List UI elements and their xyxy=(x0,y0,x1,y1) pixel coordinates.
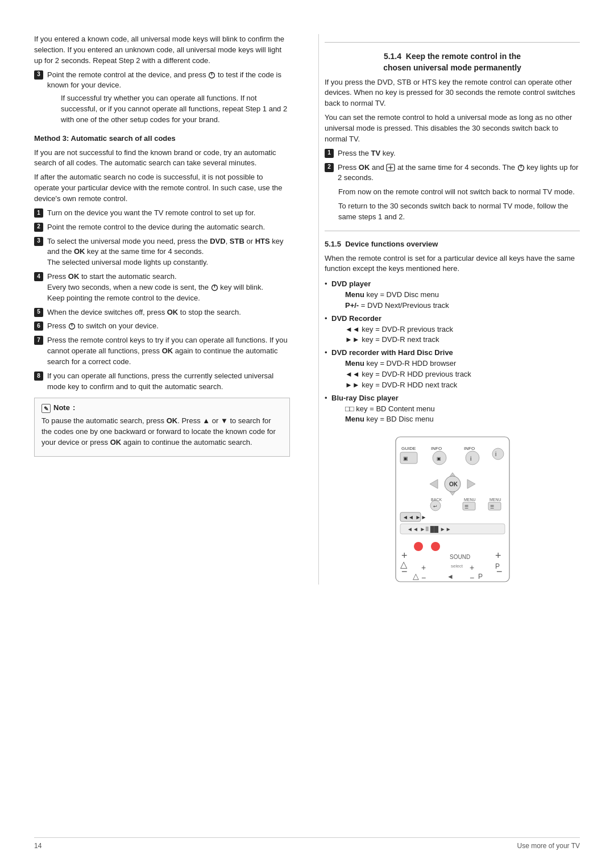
section-515-heading-block: 5.1.5 Device functions overview xyxy=(325,239,580,250)
auto-step-5-text: When the device switches off, press OK t… xyxy=(47,307,290,318)
note-box: ✎ Note: To pause the automatic search, p… xyxy=(34,398,290,456)
svg-text:GUIDE: GUIDE xyxy=(401,446,416,451)
section-514-heading: 5.1.4 Keep the remote control in thechos… xyxy=(325,51,580,74)
svg-text:i: i xyxy=(495,451,496,457)
step-3-text: Point the remote control at the device, … xyxy=(47,70,290,126)
s514-steps-list: 1 Press the TV key. 2 Press OK and at th… xyxy=(325,148,580,184)
s514-step-2: 2 Press OK and at the same time for 4 se… xyxy=(325,162,580,184)
left-column: If you entered a known code, all univers… xyxy=(34,34,296,585)
svg-text:◄◄ ►►: ◄◄ ►► xyxy=(403,514,426,520)
bluray-key-2: Menu key = BD Disc menu xyxy=(331,414,580,425)
svg-text:−: − xyxy=(421,573,426,582)
dvd-hdd-name: DVD recorder with Hard Disc Drive xyxy=(331,348,453,357)
dvd-recorder-name: DVD Recorder xyxy=(331,314,381,323)
auto-step-7-text: Press the remote control keys to try if … xyxy=(47,335,290,368)
auto-step-8: 8 If you can operate all functions, pres… xyxy=(34,371,290,393)
dvd-player-key-2: P+/- = DVD Next/Previous track xyxy=(331,301,580,311)
auto-steps-list: 1 Turn on the device you want the TV rem… xyxy=(34,208,290,393)
intro-paragraph: If you entered a known code, all univers… xyxy=(34,34,290,66)
power-icon-4 xyxy=(517,164,525,172)
section-515-num: 5.1.5 xyxy=(325,240,341,248)
bluray-key-1: □□ key = BD Content menu xyxy=(331,404,580,415)
s514-after-2: To return to the 30 seconds switch back … xyxy=(338,201,580,223)
dvd-hdd-key-2: ◄◄ key = DVD-R HDD previous track xyxy=(331,369,580,380)
badge-4: 4 xyxy=(34,272,43,281)
auto-step-7: 7 Press the remote control keys to try i… xyxy=(34,335,290,368)
footer-right: Use more of your TV xyxy=(517,841,580,851)
svg-text:☰: ☰ xyxy=(490,504,494,510)
svg-text:MENU: MENU xyxy=(489,498,501,502)
dvd-recorder-key-2: ►► key = DVD-R next track xyxy=(331,335,580,345)
svg-text:△: △ xyxy=(400,560,408,569)
svg-text:▣: ▣ xyxy=(403,456,408,461)
auto-step-4-text: Press OK to start the automatic search.E… xyxy=(47,272,290,304)
power-icon-3 xyxy=(68,323,76,330)
badge-1: 1 xyxy=(34,208,43,218)
step-3-note: If successful try whether you can operat… xyxy=(47,93,290,126)
svg-text:+: + xyxy=(495,550,501,561)
badge-3: 3 xyxy=(34,237,43,246)
auto-step-6: 6 Press to switch on your device. xyxy=(34,321,290,332)
svg-text:INFO: INFO xyxy=(431,446,442,451)
badge-7: 7 xyxy=(34,336,43,345)
bluray-name: Blu-ray Disc player xyxy=(331,394,399,402)
auto-step-6-text: Press to switch on your device. xyxy=(47,321,290,332)
svg-marker-25 xyxy=(430,479,438,489)
section-514-title-1: Keep the remote control in the xyxy=(406,52,521,61)
badge-2: 2 xyxy=(34,223,43,232)
auto-step-1: 1 Turn on the device you want the TV rem… xyxy=(34,208,290,219)
note-icon: ✎ xyxy=(42,404,51,413)
auto-step-2: 2 Point the remote control to the device… xyxy=(34,222,290,233)
svg-text:▣: ▣ xyxy=(437,456,441,461)
remote-diagram: GUIDE ▣ INFO ▣ INFO i i xyxy=(325,434,580,585)
s514-para-2: You can set the remote control to hold a… xyxy=(325,112,580,145)
s514-badge-2: 2 xyxy=(325,163,334,172)
page-number: 14 xyxy=(34,841,42,851)
svg-text:INFO: INFO xyxy=(464,446,475,451)
device-dvd-hdd: DVD recorder with Hard Disc Drive Menu k… xyxy=(325,348,580,390)
svg-text:P: P xyxy=(495,562,500,570)
step3-list: 3 Point the remote control at the device… xyxy=(34,70,290,126)
svg-text:select: select xyxy=(451,564,463,569)
badge-8: 8 xyxy=(34,372,43,381)
svg-text:−: − xyxy=(470,573,474,582)
auto-step-1-text: Turn on the device you want the TV remot… xyxy=(47,208,290,219)
page: If you entered a known code, all univers… xyxy=(0,0,614,868)
dvd-player-key-1: Menu key = DVD Disc menu xyxy=(331,290,580,301)
right-column: 5.1.4 Keep the remote control in thechos… xyxy=(318,34,580,585)
svg-text:◄◄  ►II  ██  ►►: ◄◄ ►II ██ ►► xyxy=(407,525,451,533)
step-3-item: 3 Point the remote control at the device… xyxy=(34,70,290,126)
device-dvd-recorder: DVD Recorder ◄◄ key = DVD-R previous tra… xyxy=(325,314,580,346)
svg-text:+: + xyxy=(470,563,474,572)
step-3-badge: 3 xyxy=(34,70,43,80)
device-dvd-player: DVD player Menu key = DVD Disc menu P+/-… xyxy=(325,279,580,311)
badge-6: 6 xyxy=(34,322,43,331)
svg-text:SOUND: SOUND xyxy=(450,554,470,560)
s514-step-1-text: Press the TV key. xyxy=(338,148,580,159)
note-label: ✎ Note: xyxy=(42,403,283,414)
svg-point-21 xyxy=(492,448,504,460)
s514-step-1: 1 Press the TV key. xyxy=(325,148,580,159)
svg-point-43 xyxy=(431,542,440,551)
section-515-title: Device functions overview xyxy=(345,240,438,248)
s515-intro: When the remote control is set for a par… xyxy=(325,253,580,275)
method3-para-2: If after the automatic search no code is… xyxy=(34,172,290,205)
remote-svg: GUIDE ▣ INFO ▣ INFO i i xyxy=(390,434,515,585)
power-icon-2 xyxy=(211,284,218,291)
device-bluray: Blu-ray Disc player □□ key = BD Content … xyxy=(325,393,580,425)
s514-step-2-text: Press OK and at the same time for 4 seco… xyxy=(338,162,580,184)
svg-text:P: P xyxy=(478,573,483,581)
svg-point-42 xyxy=(414,542,423,551)
two-column-layout: If you entered a known code, all univers… xyxy=(34,34,580,585)
method3-para-1: If you are not successful to find the kn… xyxy=(34,148,290,169)
page-footer: 14 Use more of your TV xyxy=(34,837,580,851)
power-icon xyxy=(208,72,215,79)
section-514-num: 5.1.4 xyxy=(384,52,401,61)
svg-text:☰: ☰ xyxy=(464,504,468,510)
svg-point-19 xyxy=(466,451,479,465)
svg-marker-26 xyxy=(467,479,475,489)
dvd-hdd-key-1: Menu key = DVD-R HDD browser xyxy=(331,358,580,369)
dvd-player-name: DVD player xyxy=(331,279,371,288)
s514-para-1: If you press the DVD, STB or HTS key the… xyxy=(325,77,580,110)
mid-divider xyxy=(325,231,580,231)
